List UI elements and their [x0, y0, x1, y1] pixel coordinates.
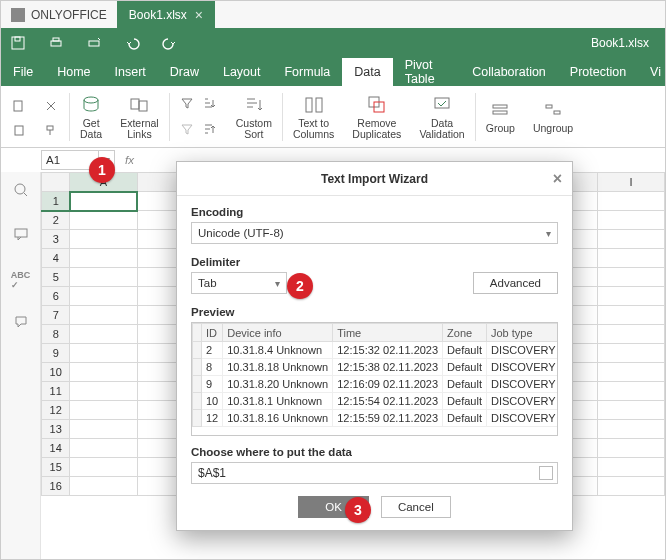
cut-icon[interactable] [44, 99, 60, 115]
tab-protect[interactable]: Protection [558, 58, 638, 86]
dialog-header: Text Import Wizard × [177, 162, 572, 196]
col-header[interactable]: I [598, 173, 665, 192]
encoding-select[interactable]: Unicode (UTF-8) ▾ [191, 222, 558, 244]
row-header[interactable]: 16 [42, 477, 70, 496]
close-icon[interactable]: × [553, 170, 562, 188]
range-picker-icon[interactable] [539, 466, 553, 480]
window-titlebar: ONLYOFFICE Book1.xlsx × [1, 1, 665, 28]
clear-filter-icon[interactable] [180, 122, 196, 138]
get-data-button[interactable]: Get Data [72, 89, 110, 145]
close-tab-icon[interactable]: × [195, 7, 203, 23]
row-header[interactable]: 2 [42, 211, 70, 230]
dialog-title: Text Import Wizard [321, 172, 428, 186]
custom-sort-icon [243, 94, 265, 116]
svg-rect-21 [15, 229, 27, 237]
delimiter-select[interactable]: Tab ▾ [191, 272, 287, 294]
row-header[interactable]: 13 [42, 420, 70, 439]
advanced-button[interactable]: Advanced [473, 272, 558, 294]
row-header[interactable]: 6 [42, 287, 70, 306]
comments-icon[interactable] [13, 226, 29, 246]
range-value: $A$1 [198, 466, 226, 480]
tab-file[interactable]: File [1, 58, 45, 86]
spellcheck-icon[interactable]: ABC✓ [11, 270, 31, 290]
svg-rect-18 [546, 105, 552, 108]
range-input[interactable]: $A$1 [191, 462, 558, 484]
quick-print-icon[interactable] [85, 34, 103, 52]
remove-duplicates-button[interactable]: Remove Duplicates [344, 89, 409, 145]
redo-icon[interactable] [161, 34, 179, 52]
left-sidebar: ABC✓ [1, 172, 41, 560]
external-links-button[interactable]: External Links [112, 89, 167, 145]
cell[interactable] [70, 192, 137, 211]
tab-draw[interactable]: Draw [158, 58, 211, 86]
svg-rect-9 [131, 99, 139, 109]
sort-desc-icon[interactable] [202, 122, 218, 138]
custom-sort-button[interactable]: Custom Sort [228, 89, 280, 145]
clipboard-mini [5, 95, 35, 139]
ungroup-icon [542, 99, 564, 121]
svg-rect-16 [493, 105, 507, 108]
chevron-down-icon: ▾ [546, 228, 551, 239]
document-tab[interactable]: Book1.xlsx × [117, 1, 215, 28]
row-header[interactable]: 12 [42, 401, 70, 420]
svg-rect-5 [14, 101, 22, 111]
clipboard-mini2 [37, 95, 67, 139]
sort-filter-group [172, 96, 226, 138]
copy-icon[interactable] [12, 99, 28, 115]
tab-layout[interactable]: Layout [211, 58, 273, 86]
row-header[interactable]: 9 [42, 344, 70, 363]
svg-rect-11 [306, 98, 312, 112]
row-header[interactable]: 14 [42, 439, 70, 458]
quick-access-bar: Book1.xlsx [1, 28, 665, 58]
data-validation-button[interactable]: Data Validation [411, 89, 472, 145]
format-painter-icon[interactable] [44, 123, 60, 139]
print-icon[interactable] [47, 34, 65, 52]
row-header[interactable]: 7 [42, 306, 70, 325]
delimiter-label: Delimiter [191, 256, 558, 268]
svg-rect-0 [12, 37, 24, 49]
cancel-button[interactable]: Cancel [381, 496, 451, 518]
tab-overflow[interactable]: Vi [638, 58, 665, 86]
row-header[interactable]: 11 [42, 382, 70, 401]
external-links-icon [128, 94, 150, 116]
annotation-3: 3 [345, 497, 371, 523]
tab-data[interactable]: Data [342, 58, 392, 86]
encoding-value: Unicode (UTF-8) [198, 227, 284, 239]
app-brand: ONLYOFFICE [1, 1, 117, 28]
dialog-footer: OK Cancel [177, 486, 572, 530]
svg-point-8 [84, 97, 98, 103]
app-name: ONLYOFFICE [31, 8, 107, 22]
tab-insert[interactable]: Insert [103, 58, 158, 86]
remove-duplicates-icon [366, 94, 388, 116]
encoding-label: Encoding [191, 206, 558, 218]
preview-label: Preview [191, 306, 558, 318]
tab-formula[interactable]: Formula [272, 58, 342, 86]
row-header[interactable]: 3 [42, 230, 70, 249]
row-header[interactable]: 15 [42, 458, 70, 477]
row-header[interactable]: 10 [42, 363, 70, 382]
document-tab-label: Book1.xlsx [129, 8, 187, 22]
svg-rect-10 [139, 101, 147, 111]
undo-icon[interactable] [123, 34, 141, 52]
save-icon[interactable] [9, 34, 27, 52]
row-header[interactable]: 4 [42, 249, 70, 268]
filter-icon[interactable] [180, 96, 196, 112]
select-all-corner[interactable] [42, 173, 70, 192]
tab-home[interactable]: Home [45, 58, 102, 86]
svg-point-20 [15, 184, 25, 194]
preview-table: IDDevice infoTimeZoneJob type210.31.8.4 … [191, 322, 558, 436]
row-header[interactable]: 5 [42, 268, 70, 287]
feedback-icon[interactable] [13, 314, 29, 334]
tab-pivot[interactable]: Pivot Table [393, 58, 460, 86]
paste-icon[interactable] [12, 123, 28, 139]
group-button[interactable]: Group [478, 89, 523, 145]
tab-collab[interactable]: Collaboration [460, 58, 558, 86]
fx-label[interactable]: fx [125, 154, 134, 166]
sort-asc-icon[interactable] [202, 96, 218, 112]
row-header[interactable]: 8 [42, 325, 70, 344]
row-header[interactable]: 1 [42, 192, 70, 211]
app-logo-icon [11, 8, 25, 22]
text-to-columns-button[interactable]: Text to Columns [285, 89, 342, 145]
ungroup-button[interactable]: Ungroup [525, 89, 581, 145]
search-icon[interactable] [13, 182, 29, 202]
